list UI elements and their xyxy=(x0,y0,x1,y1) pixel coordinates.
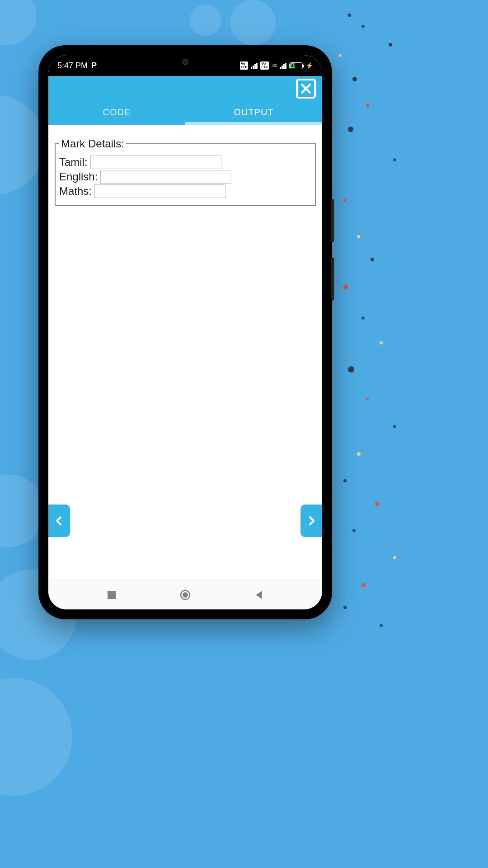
bg-dot xyxy=(366,398,369,401)
phone-notch xyxy=(138,55,233,69)
svg-rect-0 xyxy=(108,591,115,599)
front-camera xyxy=(182,59,188,65)
input-maths[interactable] xyxy=(94,184,225,198)
label-tamil: Tamil: xyxy=(59,156,88,169)
bg-dot xyxy=(352,529,356,532)
svg-point-2 xyxy=(183,592,188,598)
bg-dot xyxy=(393,556,396,559)
bg-dot xyxy=(361,583,366,587)
network-type: 4G xyxy=(272,64,277,68)
input-english[interactable] xyxy=(100,170,231,184)
bg-dot xyxy=(343,479,347,482)
android-back-button[interactable] xyxy=(253,590,264,600)
tab-output[interactable]: OUTPUT xyxy=(185,99,322,125)
bg-dot xyxy=(343,285,348,289)
bg-dot xyxy=(371,258,374,261)
volte-icon: VoLTE xyxy=(260,61,269,70)
bg-dot xyxy=(352,77,357,81)
bg-dot xyxy=(357,235,360,238)
input-tamil[interactable] xyxy=(90,156,221,169)
bg-bubble xyxy=(0,0,36,45)
tab-output-label: OUTPUT xyxy=(234,107,273,118)
bg-dot xyxy=(343,199,346,202)
bg-dot xyxy=(393,158,396,161)
status-time: 5:47 PM xyxy=(57,61,88,71)
bg-dot xyxy=(375,502,379,506)
phone-frame: 5:47 PM P VoLTE VoLTE 4G 42 ⚡ xyxy=(38,45,332,619)
field-row-maths: Maths: xyxy=(59,184,311,198)
bg-dot xyxy=(343,606,347,609)
field-row-tamil: Tamil: xyxy=(59,156,311,169)
bg-bubble xyxy=(0,678,72,796)
bg-dot xyxy=(361,25,365,28)
bg-dot xyxy=(348,14,351,17)
bg-dot xyxy=(380,624,383,627)
chevron-right-icon xyxy=(306,515,317,526)
bg-dot xyxy=(339,54,342,57)
fieldset-legend: Mark Details: xyxy=(59,137,126,150)
bg-dot xyxy=(357,452,361,456)
app-header: CODE OUTPUT xyxy=(48,76,322,125)
next-button[interactable] xyxy=(300,505,322,537)
phone-side-button xyxy=(331,199,334,242)
battery-icon: 42 xyxy=(289,62,303,69)
close-button[interactable] xyxy=(296,79,316,99)
phone-side-button xyxy=(331,258,334,301)
label-maths: Maths: xyxy=(59,185,92,198)
bg-dot xyxy=(393,425,396,428)
chevron-left-icon xyxy=(54,515,65,526)
bg-dot xyxy=(348,366,354,373)
output-panel: Mark Details: Tamil: English: Maths: xyxy=(48,125,322,580)
android-recent-button[interactable] xyxy=(106,590,117,600)
prev-button[interactable] xyxy=(48,505,70,537)
android-home-button[interactable] xyxy=(179,589,192,601)
bg-dot xyxy=(366,104,369,107)
android-nav-bar xyxy=(48,580,322,609)
phone-screen: 5:47 PM P VoLTE VoLTE 4G 42 ⚡ xyxy=(48,55,322,609)
bg-bubble xyxy=(230,0,276,45)
signal-icon xyxy=(280,62,286,69)
mark-details-fieldset: Mark Details: Tamil: English: Maths: xyxy=(55,137,316,206)
bg-dot xyxy=(348,127,353,132)
close-icon xyxy=(300,83,312,94)
tab-code-label: CODE xyxy=(103,107,131,118)
bg-dot xyxy=(361,316,365,320)
bg-bubble xyxy=(190,5,221,36)
volte-icon: VoLTE xyxy=(240,61,249,70)
field-row-english: English: xyxy=(59,170,311,184)
bg-dot xyxy=(380,341,383,344)
bg-dot xyxy=(389,43,392,47)
tab-code[interactable]: CODE xyxy=(48,99,185,125)
signal-icon xyxy=(251,62,258,69)
label-english: English: xyxy=(59,170,98,183)
tab-bar: CODE OUTPUT xyxy=(48,99,322,125)
android-p-icon: P xyxy=(91,61,97,71)
charging-icon: ⚡ xyxy=(305,62,313,69)
